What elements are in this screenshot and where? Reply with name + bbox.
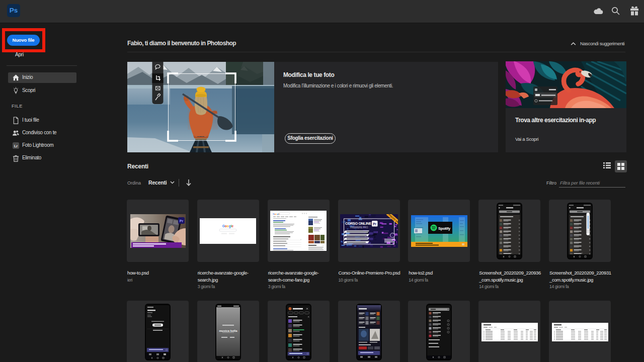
svg-text:musica bella: musica bella [219, 329, 237, 332]
svg-text:CORSO ONLINE: CORSO ONLINE [345, 221, 371, 226]
svg-text:Google: Google [273, 213, 280, 215]
svg-text:PREMIERE PRO: PREMIERE PRO [350, 226, 368, 228]
svg-text:Pr: Pr [373, 222, 376, 225]
svg-text:Google: Google [222, 224, 234, 228]
svg-text:+: + [300, 238, 301, 240]
svg-text:+: + [323, 244, 324, 246]
svg-text:Spotify: Spotify [438, 226, 451, 230]
svg-text:Lr: Lr [14, 144, 18, 148]
svg-text:Pr: Pr [179, 219, 183, 222]
